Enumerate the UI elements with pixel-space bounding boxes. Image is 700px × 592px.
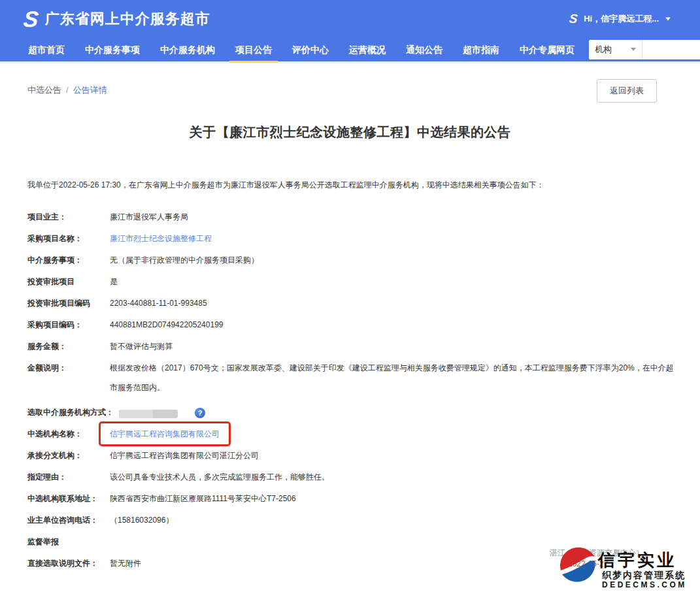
field-row-procurement-project-name: 采购项目名称：廉江市烈士纪念设施整修工程 [27, 232, 674, 245]
user-greeting: Hi，信宇腾远工程... [584, 13, 659, 25]
search-category-select[interactable]: 机构 [589, 40, 642, 59]
field-row-owner-phone: 业主单位咨询电话：（15816032096） [27, 514, 674, 527]
announcement-intro: 我单位于2022-05-26 17:30，在广东省网上中介服务超市为廉江市退役军… [27, 179, 674, 191]
nav-item-4[interactable]: 评价中心 [286, 37, 335, 63]
nav-items: 超市首页中介服务事项中介服务机构项目公告评价中心运营概况通知公告超市指南中介专属… [22, 37, 589, 63]
search-group: 机构 [589, 40, 700, 59]
field-value: ? [119, 406, 674, 419]
nav-item-2[interactable]: 中介服务机构 [154, 37, 221, 63]
help-icon[interactable]: ? [195, 408, 205, 418]
field-row-procurement-project-code: 采购项目编码：440881MB2D074942205240199 [27, 318, 674, 331]
field-row-selected-agency-name: 中选机构名称：信宇腾远工程咨询集团有限公司 [27, 427, 674, 440]
field-label: 选取中介服务机构方式： [27, 406, 119, 419]
highlight-annotation-box: 信宇腾远工程咨询集团有限公司 [99, 421, 231, 446]
field-row-selection-method: 选取中介服务机构方式：? [27, 406, 674, 419]
field-row-project-owner: 项目业主：廉江市退役军人事务局 [27, 210, 674, 223]
field-label: 投资审批项目 [27, 275, 110, 288]
site-title: 广东省网上中介服务超市 [45, 9, 210, 29]
field-label: 监督举报 [27, 535, 110, 548]
nav-item-5[interactable]: 运营概况 [343, 37, 392, 63]
field-row-investment-approval-project: 投资审批项目是 [27, 275, 674, 288]
watermark-company-name: 信宇实业 [598, 549, 676, 572]
redacted-value [119, 410, 178, 418]
field-label: 中选机构名称： [27, 427, 110, 440]
field-label: 指定理由： [27, 470, 110, 484]
breadcrumb-section[interactable]: 中选公告 [27, 85, 61, 95]
nav-item-1[interactable]: 中介服务事项 [79, 37, 146, 63]
header: S 广东省网上中介服务超市 S Hi，信宇腾远工程... [0, 0, 700, 37]
watermark: 湛江（公共资源交易中心） 2022-05-27 信宇实业 织梦内容管理系统 DE… [534, 540, 697, 591]
breadcrumb-separator: / [66, 85, 69, 95]
field-value: 是 [110, 275, 674, 288]
back-to-list-button[interactable]: 返回列表 [597, 79, 657, 103]
field-value: 陕西省西安市曲江新区雁展路1111号莱安中心T7-2506 [110, 492, 674, 505]
breadcrumb-current: 公告详情 [73, 85, 107, 95]
nav-item-3[interactable]: 项目公告 [229, 37, 278, 63]
field-row-agency-address: 中选机构联系地址：陕西省西安市曲江新区雁展路1111号莱安中心T7-2506 [27, 492, 674, 505]
nav-item-0[interactable]: 超市首页 [22, 37, 71, 63]
field-value: 暂不做评估与测算 [110, 340, 674, 353]
field-label: 项目业主： [27, 210, 110, 223]
field-label: 服务金额： [27, 340, 110, 353]
field-row-designation-reason: 指定理由：该公司具备专业技术人员，多次完成监理服务工作，能够胜任。 [27, 470, 674, 484]
breadcrumb: 中选公告/公告详情 [27, 79, 107, 96]
field-value: 根据发改价格（2017）670号文；国家发展改革委、建设部关于印发《建设工程监理… [110, 358, 674, 397]
site-logo-icon: S [22, 8, 39, 30]
search-category-value: 机构 [595, 44, 612, 56]
field-label: 业主单位咨询电话： [27, 514, 110, 527]
field-row-intermediary-service-item: 中介服务事项：无（属于非行政管理的中介服务项目采购） [27, 254, 674, 267]
field-row-amount-description: 金额说明：根据发改价格（2017）670号文；国家发展改革委、建设部关于印发《建… [27, 361, 674, 397]
search-input[interactable] [642, 40, 700, 59]
nav-item-6[interactable]: 通知公告 [400, 37, 448, 63]
field-value: 信宇腾远工程咨询集团有限公司湛江分公司 [110, 449, 674, 462]
field-value: 2203-440881-11-01-993485 [110, 297, 674, 310]
field-row-investment-approval-code: 投资审批项目编码2203-440881-11-01-993485 [27, 297, 674, 310]
field-label: 采购项目名称： [27, 232, 110, 245]
field-label: 承接分支机构： [27, 449, 110, 462]
field-label: 采购项目编码： [27, 318, 110, 331]
page-title: 关于【廉江市烈士纪念设施整修工程】中选结果的公告 [0, 123, 700, 141]
user-logo-icon: S [569, 12, 578, 25]
company-globe-logo-icon [558, 545, 599, 587]
field-label: 投资审批项目编码 [27, 297, 110, 310]
field-label: 中选机构联系地址： [27, 492, 110, 505]
nav-item-8[interactable]: 中介专属网页 [514, 37, 580, 63]
field-value: 该公司具备专业技术人员，多次完成监理服务工作，能够胜任。 [110, 470, 674, 484]
field-label: 中介服务事项： [27, 254, 110, 267]
site-logo[interactable]: S 广东省网上中介服务超市 [24, 8, 210, 30]
watermark-domain: DEDECMS.COM [602, 580, 687, 589]
field-value: 440881MB2D074942205240199 [110, 318, 674, 331]
field-value: 无（属于非行政管理的中介服务项目采购） [110, 254, 674, 267]
chevron-down-icon [631, 48, 636, 51]
field-value: 廉江市烈士纪念设施整修工程 [110, 232, 674, 245]
procurement-project-name-link[interactable]: 廉江市烈士纪念设施整修工程 [110, 234, 212, 243]
main-nav: 超市首页中介服务事项中介服务机构项目公告评价中心运营概况通知公告超市指南中介专属… [0, 37, 700, 63]
field-row-branch-agency: 承接分支机构：信宇腾远工程咨询集团有限公司湛江分公司 [27, 449, 674, 462]
selected-agency-name-link[interactable]: 信宇腾远工程咨询集团有限公司 [110, 429, 220, 438]
field-row-service-amount: 服务金额：暂不做评估与测算 [27, 340, 674, 353]
field-label: 直接选取说明文件： [27, 557, 110, 570]
fields: 项目业主：廉江市退役军人事务局采购项目名称：廉江市烈士纪念设施整修工程中介服务事… [27, 210, 674, 570]
toolbar-row: 中选公告/公告详情 返回列表 [0, 79, 700, 103]
nav-item-7[interactable]: 超市指南 [457, 37, 505, 63]
field-value: 信宇腾远工程咨询集团有限公司 [110, 427, 674, 440]
user-menu[interactable]: S Hi，信宇腾远工程... [569, 12, 671, 25]
field-value: （15816032096） [110, 514, 674, 527]
field-value: 廉江市退役军人事务局 [110, 210, 674, 223]
chevron-down-icon [665, 17, 671, 20]
field-label: 金额说明： [27, 361, 110, 374]
